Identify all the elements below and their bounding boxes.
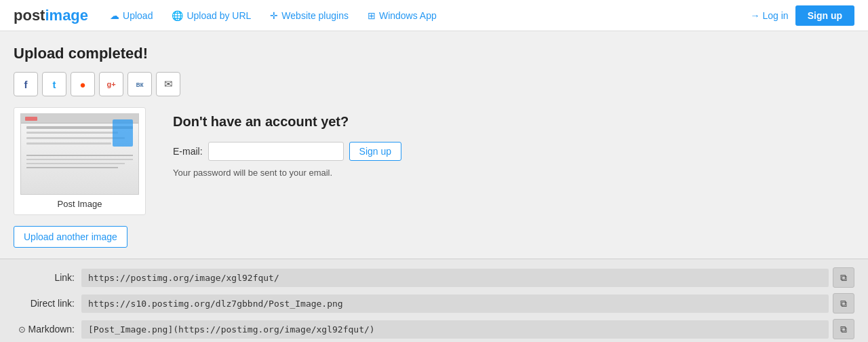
logo[interactable]: postimage [14, 7, 88, 24]
direct-link-value[interactable]: https://s10.postimg.org/dlz7gbbnd/Post_I… [81, 294, 829, 313]
nav-upload-by-url-label: Upload by URL [186, 10, 251, 21]
copy-icon-3: ⧉ [840, 324, 847, 335]
link-row: Link: https://postimg.org/image/xgl92fqu… [14, 267, 854, 288]
vk-icon: вк [136, 81, 143, 88]
copy-icon-2: ⧉ [840, 298, 847, 309]
social-share-row: f t ● g+ вк ✉ [14, 72, 854, 96]
nav-windows-app-label: Windows App [379, 10, 437, 21]
link-label: Link: [14, 272, 75, 283]
email-label: E-mail: [173, 146, 203, 157]
link-copy-button[interactable]: ⧉ [833, 267, 854, 288]
links-section: Link: https://postimg.org/image/xgl92fqu… [0, 259, 868, 342]
googleplus-icon: g+ [106, 80, 115, 88]
signup-form-button[interactable]: Sign up [349, 142, 401, 161]
logo-image-text: image [45, 7, 88, 24]
header-right: → Log in Sign up [751, 5, 854, 26]
email-share-button[interactable]: ✉ [156, 72, 180, 96]
register-section: Don't have an account yet? E-mail: Sign … [173, 107, 401, 178]
register-title: Don't have an account yet? [173, 114, 401, 130]
nav-windows-app[interactable]: ⊞ Windows App [359, 5, 445, 26]
password-note: Your password will be sent to your email… [173, 168, 401, 178]
direct-link-label: Direct link: [14, 298, 75, 309]
thumbnail-bar [113, 119, 133, 147]
image-label: Post Image [58, 199, 102, 209]
main-content: Upload completed! f t ● g+ вк ✉ [0, 31, 868, 248]
email-icon: ✉ [164, 78, 173, 90]
nav-website-plugins-label: Website plugins [281, 10, 349, 21]
nav-website-plugins[interactable]: ✛ Website plugins [262, 5, 357, 26]
nav-upload[interactable]: ☁ Upload [102, 5, 161, 26]
markdown-reddit-icon: ⊙ [18, 324, 26, 335]
googleplus-share-button[interactable]: g+ [99, 72, 123, 96]
email-row: E-mail: Sign up [173, 142, 401, 161]
markdown-copy-button[interactable]: ⧉ [833, 319, 854, 339]
upload-icon: ☁ [110, 10, 119, 21]
reddit-share-button[interactable]: ● [71, 72, 95, 96]
logo-post-text: post [14, 7, 45, 24]
nav: ☁ Upload 🌐 Upload by URL ✛ Website plugi… [102, 5, 750, 26]
signup-button[interactable]: Sign up [795, 5, 854, 26]
upload-completed-title: Upload completed! [14, 45, 854, 62]
copy-icon: ⧉ [840, 272, 847, 284]
login-link[interactable]: → Log in [751, 10, 789, 21]
image-preview-box: Post Image [14, 107, 146, 215]
image-thumbnail [20, 113, 139, 195]
markdown-value[interactable]: [Post_Image.png](https://postimg.org/ima… [81, 320, 829, 339]
direct-link-row: Direct link: https://s10.postimg.org/dlz… [14, 293, 854, 314]
login-arrow-icon: → [751, 10, 760, 21]
plugin-icon: ✛ [270, 10, 278, 21]
direct-link-copy-button[interactable]: ⧉ [833, 293, 854, 314]
windows-icon: ⊞ [368, 10, 376, 21]
facebook-share-button[interactable]: f [14, 72, 38, 96]
email-input[interactable] [208, 142, 344, 161]
login-label: Log in [763, 10, 789, 21]
facebook-icon: f [24, 79, 28, 90]
nav-upload-by-url[interactable]: 🌐 Upload by URL [163, 5, 259, 26]
nav-upload-label: Upload [123, 10, 153, 21]
thumbnail-inner [21, 114, 138, 194]
markdown-label-container: ⊙ Markdown: [14, 324, 75, 335]
globe-icon: 🌐 [172, 10, 183, 21]
upload-another-button[interactable]: Upload another image [14, 226, 127, 248]
content-area: Post Image Don't have an account yet? E-… [14, 107, 854, 215]
header: postimage ☁ Upload 🌐 Upload by URL ✛ Web… [0, 0, 868, 31]
twitter-share-button[interactable]: t [42, 72, 66, 96]
markdown-row: ⊙ Markdown: [Post_Image.png](https://pos… [14, 319, 854, 339]
vk-share-button[interactable]: вк [127, 72, 152, 96]
markdown-label: Markdown: [28, 324, 75, 335]
link-value[interactable]: https://postimg.org/image/xgl92fqut/ [81, 269, 829, 287]
reddit-icon: ● [79, 79, 85, 90]
twitter-icon: t [53, 79, 56, 90]
